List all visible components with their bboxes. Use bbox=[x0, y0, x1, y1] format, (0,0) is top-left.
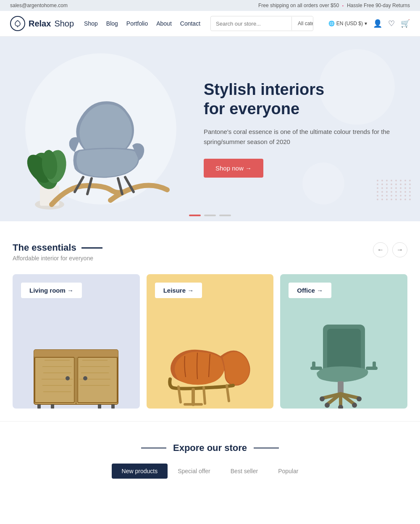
next-arrow-button[interactable]: → bbox=[392, 242, 407, 257]
promo-shipping: Free shipping on all orders over $50 bbox=[258, 3, 339, 8]
logo[interactable]: RelaxShop bbox=[10, 16, 74, 31]
site-header: RelaxShop Shop Blog Portfolio About Cont… bbox=[0, 11, 420, 37]
tab-best-seller[interactable]: Best seller bbox=[220, 464, 268, 479]
svg-rect-39 bbox=[327, 329, 361, 371]
cart-button[interactable]: 🛒 bbox=[401, 19, 410, 28]
category-grid: Living room → bbox=[13, 274, 407, 409]
dot-separator: • bbox=[342, 4, 344, 8]
explore-line-left bbox=[141, 448, 166, 448]
nav-blog[interactable]: Blog bbox=[106, 20, 118, 27]
search-bar: All categories 🔍 bbox=[210, 16, 313, 31]
user-icon: 👤 bbox=[373, 19, 382, 28]
flag-icon: 🌐 bbox=[328, 21, 335, 26]
category-select[interactable]: All categories bbox=[291, 17, 313, 30]
wishlist-button[interactable]: ♡ bbox=[388, 19, 395, 28]
explore-title: Expore our store bbox=[13, 443, 407, 453]
account-button[interactable]: 👤 bbox=[373, 19, 382, 28]
hero-pagination bbox=[189, 215, 231, 216]
category-leisure: Leisure → bbox=[147, 274, 274, 409]
svg-point-46 bbox=[325, 403, 330, 408]
tab-special-offer[interactable]: Special offer bbox=[168, 464, 220, 479]
svg-point-50 bbox=[357, 396, 362, 401]
nav-portfolio[interactable]: Portfolio bbox=[126, 20, 148, 27]
tab-popular[interactable]: Popular bbox=[268, 464, 308, 479]
leisure-image bbox=[160, 316, 260, 409]
essentials-subtitle: Affordable interior for everyone bbox=[13, 255, 102, 262]
essentials-title: The essentials Affordable interior for e… bbox=[13, 242, 102, 262]
hero-dot-3[interactable] bbox=[219, 215, 231, 216]
svg-point-25 bbox=[66, 376, 70, 380]
nav-about[interactable]: About bbox=[156, 20, 172, 27]
svg-rect-29 bbox=[98, 404, 101, 409]
office-image bbox=[294, 316, 394, 409]
category-living-room: Living room → bbox=[13, 274, 140, 409]
svg-point-47 bbox=[352, 403, 357, 408]
svg-rect-27 bbox=[37, 404, 41, 409]
essentials-section: The essentials Affordable interior for e… bbox=[0, 221, 420, 421]
svg-rect-54 bbox=[373, 362, 376, 368]
explore-tabs: New products Special offer Best seller P… bbox=[13, 464, 407, 479]
svg-line-34 bbox=[204, 388, 205, 403]
header-right: 🌐 EN (USD $) ▾ 👤 ♡ 🛒 bbox=[328, 19, 410, 28]
explore-section: Expore our store New products Special of… bbox=[0, 421, 420, 491]
nav-contact[interactable]: Contact bbox=[180, 20, 200, 27]
svg-rect-52 bbox=[312, 362, 315, 368]
living-room-image bbox=[26, 316, 126, 409]
svg-point-49 bbox=[320, 396, 325, 401]
prev-arrow-button[interactable]: ← bbox=[373, 242, 388, 257]
essentials-heading: The essentials bbox=[13, 242, 102, 253]
svg-point-48 bbox=[338, 405, 343, 409]
cart-icon: 🛒 bbox=[401, 19, 410, 28]
svg-rect-30 bbox=[111, 404, 115, 409]
email-link[interactable]: sales@argentohome.com bbox=[10, 3, 68, 8]
office-link[interactable]: Office → bbox=[289, 283, 331, 298]
language-selector[interactable]: 🌐 EN (USD $) ▾ bbox=[328, 21, 367, 26]
heart-icon: ♡ bbox=[388, 19, 395, 28]
hero-section: Stylish interiors for everyone Pantone's… bbox=[0, 37, 420, 221]
promo-returns: Hassle Free 90-day Returns bbox=[347, 3, 410, 8]
hero-content: Stylish interiors for everyone Pantone's… bbox=[195, 63, 420, 194]
svg-rect-13 bbox=[34, 350, 118, 357]
chevron-down-icon: ▾ bbox=[365, 21, 367, 26]
shop-now-button[interactable]: Shop now → bbox=[204, 159, 263, 178]
search-input[interactable] bbox=[211, 17, 291, 30]
essentials-header: The essentials Affordable interior for e… bbox=[13, 242, 407, 262]
hero-image-area bbox=[0, 37, 195, 221]
logo-relax: Relax bbox=[29, 19, 51, 29]
hero-dot-1[interactable] bbox=[189, 215, 201, 216]
svg-rect-40 bbox=[338, 381, 344, 394]
svg-rect-28 bbox=[51, 404, 54, 409]
hero-dot-2[interactable] bbox=[204, 215, 216, 216]
leisure-link[interactable]: Leisure → bbox=[155, 283, 202, 298]
living-room-link[interactable]: Living room → bbox=[21, 283, 82, 298]
logo-icon bbox=[10, 16, 25, 31]
hero-heading: Stylish interiors for everyone bbox=[204, 80, 399, 118]
nav-shop[interactable]: Shop bbox=[84, 20, 98, 27]
top-bar: sales@argentohome.com Free shipping on a… bbox=[0, 0, 420, 11]
svg-point-26 bbox=[83, 376, 87, 380]
hero-chair-svg bbox=[10, 62, 186, 221]
promo-messages: Free shipping on all orders over $50 • H… bbox=[258, 3, 410, 8]
logo-shop: Shop bbox=[54, 19, 74, 29]
category-office: Office → bbox=[280, 274, 407, 409]
hero-description: Pantone's coral essence is one of the ul… bbox=[204, 127, 399, 147]
main-nav: Shop Blog Portfolio About Contact bbox=[84, 20, 200, 27]
carousel-nav: ← → bbox=[373, 242, 407, 257]
tab-new-products[interactable]: New products bbox=[112, 464, 168, 479]
explore-heading: Expore our store bbox=[173, 443, 247, 453]
explore-line-right bbox=[254, 448, 279, 448]
title-line-decoration bbox=[81, 247, 102, 249]
